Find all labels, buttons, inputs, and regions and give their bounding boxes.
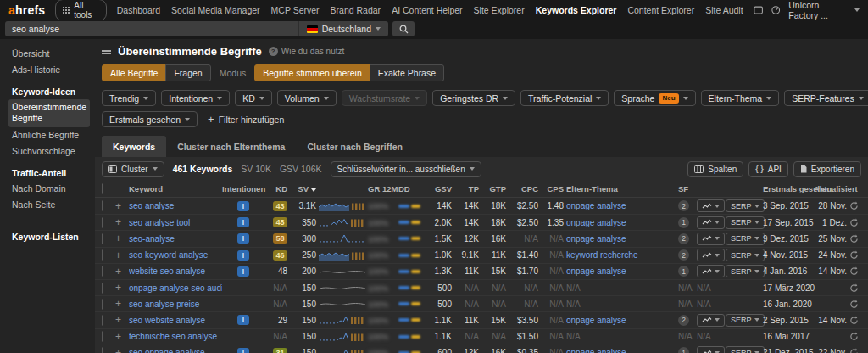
expand-plus-icon[interactable]: + <box>115 233 121 244</box>
filter-kd[interactable]: KD <box>235 90 272 106</box>
refresh-button[interactable] <box>849 250 859 260</box>
refresh-button[interactable] <box>849 266 859 276</box>
nav-item-social-media-manager[interactable]: Social Media Manager <box>171 5 259 15</box>
parent-topic-link[interactable]: onpage analyse <box>566 316 626 325</box>
sidebar-item-übereinstimmende-begriffe[interactable]: Übereinstimmende Begriffe <box>8 99 90 126</box>
tab-keywords[interactable]: Keywords <box>102 136 166 157</box>
add-filter-button[interactable]: + Filter hinzufügen <box>208 114 284 125</box>
tab-cluster-nach-elternthema[interactable]: Cluster nach Elternthema <box>166 136 296 157</box>
expand-plus-icon[interactable]: + <box>115 314 121 326</box>
refresh-button[interactable] <box>849 234 859 244</box>
keyword-link[interactable]: seo onpage analyse <box>129 348 205 353</box>
expand-plus-icon[interactable]: + <box>115 266 121 277</box>
chart-dropdown-button[interactable] <box>697 314 725 327</box>
parent-topic-link[interactable]: onpage analyse <box>566 348 626 353</box>
filter-volumen[interactable]: Volumen <box>277 90 337 106</box>
chart-dropdown-button[interactable] <box>697 199 725 212</box>
filter-eltern-thema[interactable]: Eltern-Thema <box>701 90 780 106</box>
expand-plus-icon[interactable]: + <box>115 331 121 343</box>
expand-plus-icon[interactable]: + <box>115 200 121 212</box>
ahrefs-logo[interactable]: ahrefs <box>8 3 45 17</box>
row-checkbox[interactable] <box>102 283 103 294</box>
cluster-dropdown[interactable]: Cluster <box>102 161 164 177</box>
filter-intentionen[interactable]: Intentionen <box>161 90 230 106</box>
keyword-link[interactable]: seo keyword analyse <box>129 250 208 260</box>
expand-plus-icon[interactable]: + <box>115 282 121 294</box>
parent-topic-link[interactable]: onpage analyse <box>566 234 626 244</box>
search-button[interactable] <box>392 21 415 36</box>
filter-erstmals-gesehen[interactable]: Erstmals gesehen <box>102 111 198 127</box>
keyword-link[interactable]: technische seo analyse <box>129 332 217 341</box>
keyword-link[interactable]: seo analyse tool <box>129 218 190 227</box>
parent-topic-link[interactable]: keyword recherche <box>566 250 637 260</box>
keyword-link[interactable]: seo analyse <box>129 201 174 210</box>
serp-dropdown-button[interactable]: SERP <box>726 233 765 245</box>
refresh-button[interactable] <box>849 332 859 341</box>
how-to-use-link[interactable]: ? Wie du das nutzt <box>269 47 344 56</box>
filter-geringstes-dr[interactable]: Geringstes DR <box>432 90 515 106</box>
row-checkbox[interactable] <box>102 315 103 326</box>
refresh-button[interactable] <box>849 283 859 293</box>
sidebar-item-suchvorschläge[interactable]: Suchvorschläge <box>8 143 90 160</box>
sidebar-item-nach-domain[interactable]: Nach Domain <box>8 181 90 197</box>
refresh-button[interactable] <box>849 300 859 309</box>
row-checkbox[interactable] <box>102 331 103 342</box>
parent-topic-link[interactable]: onpage analyse <box>566 201 626 210</box>
keyword-link[interactable]: seo analyse preise <box>129 300 199 309</box>
collapse-sidebar-icon[interactable] <box>102 48 111 55</box>
serp-dropdown-button[interactable]: SERP <box>726 346 765 353</box>
row-checkbox[interactable] <box>102 233 103 244</box>
nav-item-mcp-server[interactable]: MCP Server <box>271 5 320 15</box>
parent-topic-link[interactable]: onpage analyse <box>566 266 626 276</box>
keyword-link[interactable]: onpage analyse seo audit <box>129 283 222 293</box>
filter-serp-features[interactable]: SERP-Features <box>784 90 868 106</box>
serp-dropdown-button[interactable]: SERP <box>726 216 765 229</box>
parent-topic-link[interactable]: onpage analyse <box>566 218 626 227</box>
nav-item-content-explorer[interactable]: Content Explorer <box>627 5 694 15</box>
nav-item-site-explorer[interactable]: Site Explorer <box>474 5 525 15</box>
toggle-fragen[interactable]: Fragen <box>165 64 210 81</box>
exclude-keywords-dropdown[interactable]: Schlüsselwörter in... ausschließen <box>331 161 481 177</box>
row-checkbox[interactable] <box>102 266 103 277</box>
window-icon[interactable] <box>754 5 763 15</box>
keyword-link[interactable]: seo-analyse <box>129 234 175 244</box>
nav-item-ai-content-helper[interactable]: AI Content Helper <box>392 5 462 15</box>
chart-dropdown-button[interactable] <box>697 233 725 245</box>
expand-plus-icon[interactable]: + <box>115 249 121 261</box>
toggle-begriffe-stimmen-überein[interactable]: Begriffe stimmen überein <box>254 64 370 81</box>
expand-plus-icon[interactable]: + <box>115 347 121 353</box>
nav-item-site-audit[interactable]: Site Audit <box>705 5 743 15</box>
row-checkbox[interactable] <box>102 217 103 228</box>
nav-item-brand-radar[interactable]: Brand Radar <box>331 5 381 15</box>
serp-dropdown-button[interactable]: SERP <box>726 249 765 261</box>
row-checkbox[interactable] <box>102 299 103 310</box>
row-checkbox[interactable] <box>102 249 103 261</box>
row-checkbox[interactable] <box>102 347 103 353</box>
filter-sprache[interactable]: SpracheNeu <box>614 90 695 106</box>
chart-dropdown-button[interactable] <box>697 265 725 277</box>
export-button[interactable]: Exportieren <box>793 161 861 177</box>
api-button[interactable]: { } API <box>748 161 788 177</box>
tab-cluster-nach-begriffen[interactable]: Cluster nach Begriffen <box>296 136 414 157</box>
nav-item-dashboard[interactable]: Dashboard <box>117 5 160 15</box>
serp-dropdown-button[interactable]: SERP <box>726 265 765 277</box>
expand-plus-icon[interactable]: + <box>115 216 121 228</box>
refresh-button[interactable] <box>849 218 859 227</box>
refresh-button[interactable] <box>849 316 859 325</box>
columns-button[interactable]: Spalten <box>687 161 743 177</box>
select-all-checkbox[interactable] <box>102 183 103 194</box>
row-checkbox[interactable] <box>102 200 103 211</box>
sidebar-item-ähnliche-begriffe[interactable]: Ähnliche Begriffe <box>8 127 90 143</box>
filter-trendig[interactable]: Trendig <box>102 90 156 106</box>
all-tools-button[interactable]: All tools <box>55 0 106 21</box>
search-input[interactable] <box>5 24 298 34</box>
chart-dropdown-button[interactable] <box>697 216 725 229</box>
toggle-exakte-phrase[interactable]: Exakte Phrase <box>370 64 444 81</box>
keyword-link[interactable]: seo website analyse <box>129 316 205 325</box>
refresh-button[interactable] <box>849 201 859 210</box>
nav-item-keywords-explorer[interactable]: Keywords Explorer <box>536 5 617 15</box>
toggle-alle-begriffe[interactable]: Alle Begriffe <box>102 64 166 81</box>
expand-plus-icon[interactable]: + <box>115 298 121 310</box>
sidebar-item-übersicht[interactable]: Übersicht <box>8 46 90 62</box>
account-menu[interactable]: Unicorn Factory ... <box>788 0 860 20</box>
